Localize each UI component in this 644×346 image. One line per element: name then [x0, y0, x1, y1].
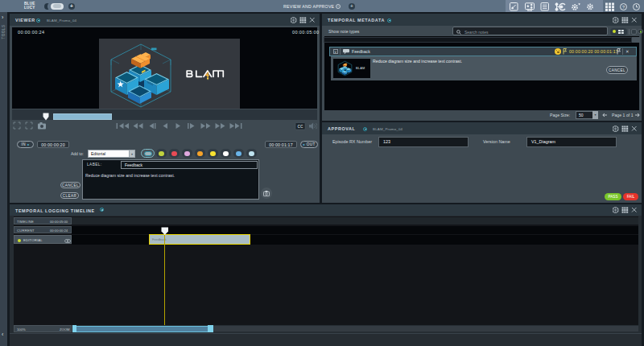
svg-text:CC: CC: [298, 125, 303, 129]
svg-text:?: ?: [622, 4, 625, 9]
